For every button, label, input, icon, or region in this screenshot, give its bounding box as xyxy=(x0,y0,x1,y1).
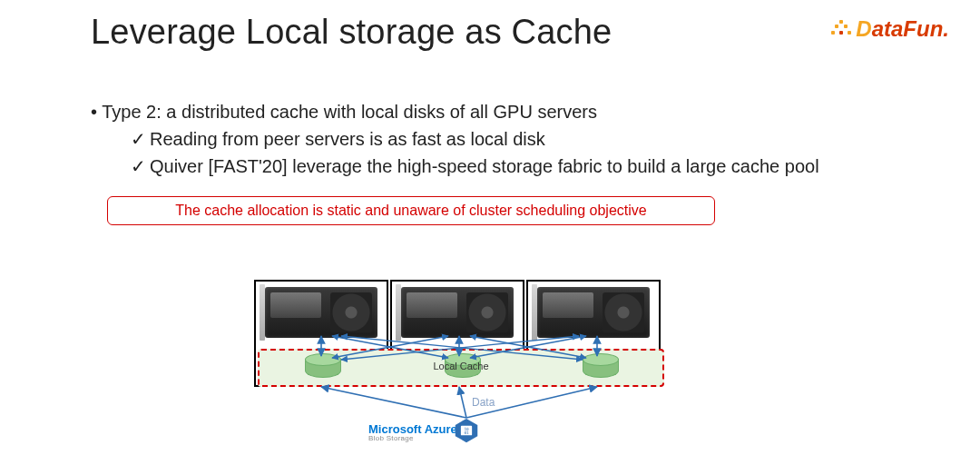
datafun-logo: DataFun. xyxy=(856,16,949,42)
local-cache-label: Local Cache xyxy=(260,361,662,371)
svg-text:01: 01 xyxy=(464,430,469,435)
logo-rest: ataFun. xyxy=(872,16,949,41)
bullet-level2-a: Reading from peer servers is as fast as … xyxy=(131,125,926,153)
azure-blob-label: Microsoft Azure Blob Storage xyxy=(368,423,457,442)
svg-line-9 xyxy=(321,387,466,418)
local-cache-strip: Local Cache xyxy=(258,349,664,387)
bullet-level2-b: Quiver [FAST'20] leverage the high-speed… xyxy=(131,153,926,180)
gpu-card-icon xyxy=(265,287,377,338)
svg-line-10 xyxy=(459,387,466,418)
bullet-level1: Type 2: a distributed cache with local d… xyxy=(91,98,926,125)
callout-box: The cache allocation is static and unawa… xyxy=(107,196,715,225)
logo-dots xyxy=(831,20,851,40)
data-flow-label: Data xyxy=(472,396,495,409)
gpu-card-icon xyxy=(537,287,650,338)
logo-letter-d: D xyxy=(856,16,871,41)
bullet-list: Type 2: a distributed cache with local d… xyxy=(91,98,926,180)
architecture-diagram: Local Cache Data Microsoft Azure Blob St… xyxy=(254,280,671,461)
blob-storage-icon: 10 01 xyxy=(454,418,479,443)
slide-title: Leverage Local storage as Cache xyxy=(91,13,612,52)
gpu-card-icon xyxy=(401,287,514,338)
azure-sub-label: Blob Storage xyxy=(368,435,457,442)
